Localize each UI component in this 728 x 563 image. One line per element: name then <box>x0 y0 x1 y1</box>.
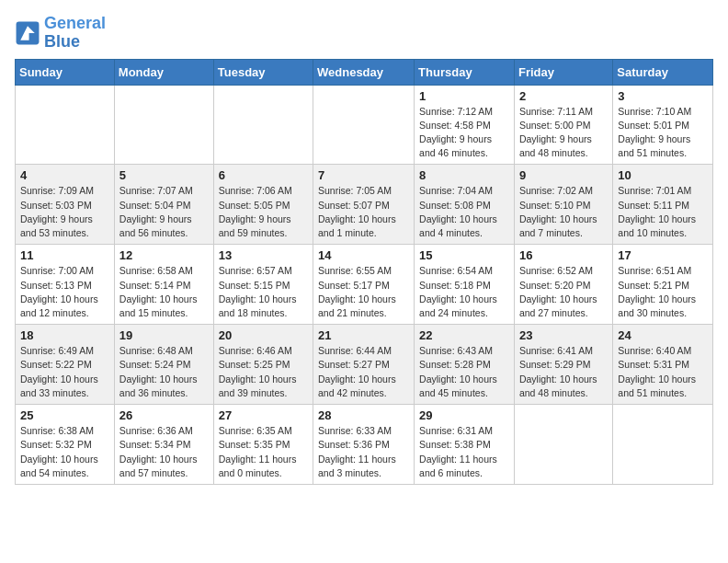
weekday-header-friday: Friday <box>514 59 612 85</box>
day-number: 5 <box>119 168 209 182</box>
weekday-header-wednesday: Wednesday <box>313 59 415 85</box>
calendar-cell: 10Sunrise: 7:01 AM Sunset: 5:11 PM Dayli… <box>613 165 713 245</box>
calendar-week-row: 11Sunrise: 7:00 AM Sunset: 5:13 PM Dayli… <box>16 245 713 325</box>
calendar-cell: 25Sunrise: 6:38 AM Sunset: 5:32 PM Dayli… <box>16 405 115 485</box>
day-number: 19 <box>119 328 209 342</box>
calendar-cell: 18Sunrise: 6:49 AM Sunset: 5:22 PM Dayli… <box>16 325 115 405</box>
calendar-cell <box>16 85 115 165</box>
calendar-cell <box>213 85 313 165</box>
day-info: Sunrise: 6:41 AM Sunset: 5:29 PM Dayligh… <box>519 344 608 400</box>
day-info: Sunrise: 7:01 AM Sunset: 5:11 PM Dayligh… <box>618 184 708 240</box>
day-info: Sunrise: 7:06 AM Sunset: 5:05 PM Dayligh… <box>219 184 308 240</box>
day-number: 10 <box>618 168 708 182</box>
day-info: Sunrise: 6:55 AM Sunset: 5:17 PM Dayligh… <box>318 264 409 320</box>
day-info: Sunrise: 6:33 AM Sunset: 5:36 PM Dayligh… <box>318 424 409 480</box>
calendar-cell: 21Sunrise: 6:44 AM Sunset: 5:27 PM Dayli… <box>313 325 415 405</box>
calendar-cell: 12Sunrise: 6:58 AM Sunset: 5:14 PM Dayli… <box>114 245 213 325</box>
day-number: 3 <box>618 89 708 103</box>
day-info: Sunrise: 7:07 AM Sunset: 5:04 PM Dayligh… <box>119 184 209 240</box>
day-number: 11 <box>20 248 109 262</box>
calendar-cell: 3Sunrise: 7:10 AM Sunset: 5:01 PM Daylig… <box>613 85 713 165</box>
day-number: 6 <box>219 168 308 182</box>
day-info: Sunrise: 6:49 AM Sunset: 5:22 PM Dayligh… <box>20 344 109 400</box>
logo-icon <box>15 20 40 46</box>
calendar-header-row: SundayMondayTuesdayWednesdayThursdayFrid… <box>16 59 713 85</box>
calendar-cell: 4Sunrise: 7:09 AM Sunset: 5:03 PM Daylig… <box>16 165 115 245</box>
day-info: Sunrise: 7:12 AM Sunset: 4:58 PM Dayligh… <box>419 105 509 161</box>
calendar-cell: 24Sunrise: 6:40 AM Sunset: 5:31 PM Dayli… <box>613 325 713 405</box>
calendar-cell <box>313 85 415 165</box>
calendar-cell: 2Sunrise: 7:11 AM Sunset: 5:00 PM Daylig… <box>514 85 612 165</box>
day-number: 25 <box>20 408 109 422</box>
day-info: Sunrise: 7:02 AM Sunset: 5:10 PM Dayligh… <box>519 184 608 240</box>
day-number: 26 <box>119 408 209 422</box>
day-info: Sunrise: 7:09 AM Sunset: 5:03 PM Dayligh… <box>20 184 109 240</box>
calendar-week-row: 18Sunrise: 6:49 AM Sunset: 5:22 PM Dayli… <box>16 325 713 405</box>
calendar-cell: 28Sunrise: 6:33 AM Sunset: 5:36 PM Dayli… <box>313 405 415 485</box>
calendar-cell: 1Sunrise: 7:12 AM Sunset: 4:58 PM Daylig… <box>415 85 515 165</box>
day-info: Sunrise: 7:10 AM Sunset: 5:01 PM Dayligh… <box>618 105 708 161</box>
day-info: Sunrise: 6:43 AM Sunset: 5:28 PM Dayligh… <box>419 344 509 400</box>
day-info: Sunrise: 7:00 AM Sunset: 5:13 PM Dayligh… <box>20 264 109 320</box>
day-number: 24 <box>618 328 708 342</box>
day-number: 18 <box>20 328 109 342</box>
calendar-cell <box>514 405 612 485</box>
calendar-cell: 7Sunrise: 7:05 AM Sunset: 5:07 PM Daylig… <box>313 165 415 245</box>
day-number: 7 <box>318 168 409 182</box>
day-number: 21 <box>318 328 409 342</box>
day-info: Sunrise: 6:46 AM Sunset: 5:25 PM Dayligh… <box>219 344 308 400</box>
day-number: 20 <box>219 328 308 342</box>
calendar-cell: 6Sunrise: 7:06 AM Sunset: 5:05 PM Daylig… <box>213 165 313 245</box>
day-number: 2 <box>519 89 608 103</box>
day-number: 1 <box>419 89 509 103</box>
weekday-header-thursday: Thursday <box>415 59 515 85</box>
calendar-cell: 22Sunrise: 6:43 AM Sunset: 5:28 PM Dayli… <box>415 325 515 405</box>
calendar-cell: 26Sunrise: 6:36 AM Sunset: 5:34 PM Dayli… <box>114 405 213 485</box>
calendar-cell: 11Sunrise: 7:00 AM Sunset: 5:13 PM Dayli… <box>16 245 115 325</box>
day-number: 8 <box>419 168 509 182</box>
day-info: Sunrise: 6:54 AM Sunset: 5:18 PM Dayligh… <box>419 264 509 320</box>
calendar-cell: 19Sunrise: 6:48 AM Sunset: 5:24 PM Dayli… <box>114 325 213 405</box>
calendar-cell: 5Sunrise: 7:07 AM Sunset: 5:04 PM Daylig… <box>114 165 213 245</box>
calendar-cell <box>613 405 713 485</box>
calendar-cell: 23Sunrise: 6:41 AM Sunset: 5:29 PM Dayli… <box>514 325 612 405</box>
day-info: Sunrise: 6:52 AM Sunset: 5:20 PM Dayligh… <box>519 264 608 320</box>
day-info: Sunrise: 6:36 AM Sunset: 5:34 PM Dayligh… <box>119 424 209 480</box>
weekday-header-saturday: Saturday <box>613 59 713 85</box>
calendar-week-row: 1Sunrise: 7:12 AM Sunset: 4:58 PM Daylig… <box>16 85 713 165</box>
day-number: 12 <box>119 248 209 262</box>
day-number: 22 <box>419 328 509 342</box>
calendar-cell: 17Sunrise: 6:51 AM Sunset: 5:21 PM Dayli… <box>613 245 713 325</box>
calendar-cell: 8Sunrise: 7:04 AM Sunset: 5:08 PM Daylig… <box>415 165 515 245</box>
calendar-cell: 13Sunrise: 6:57 AM Sunset: 5:15 PM Dayli… <box>213 245 313 325</box>
day-info: Sunrise: 6:58 AM Sunset: 5:14 PM Dayligh… <box>119 264 209 320</box>
day-number: 15 <box>419 248 509 262</box>
day-info: Sunrise: 6:40 AM Sunset: 5:31 PM Dayligh… <box>618 344 708 400</box>
calendar-cell: 16Sunrise: 6:52 AM Sunset: 5:20 PM Dayli… <box>514 245 612 325</box>
calendar-cell: 9Sunrise: 7:02 AM Sunset: 5:10 PM Daylig… <box>514 165 612 245</box>
day-info: Sunrise: 7:11 AM Sunset: 5:00 PM Dayligh… <box>519 105 608 161</box>
day-number: 4 <box>20 168 109 182</box>
weekday-header-tuesday: Tuesday <box>213 59 313 85</box>
day-info: Sunrise: 6:38 AM Sunset: 5:32 PM Dayligh… <box>20 424 109 480</box>
day-info: Sunrise: 6:57 AM Sunset: 5:15 PM Dayligh… <box>219 264 308 320</box>
day-number: 23 <box>519 328 608 342</box>
day-number: 27 <box>219 408 308 422</box>
day-number: 14 <box>318 248 409 262</box>
logo: General Blue <box>15 15 106 52</box>
weekday-header-monday: Monday <box>114 59 213 85</box>
day-number: 13 <box>219 248 308 262</box>
day-number: 28 <box>318 408 409 422</box>
calendar-week-row: 25Sunrise: 6:38 AM Sunset: 5:32 PM Dayli… <box>16 405 713 485</box>
page-header: General Blue <box>15 15 713 52</box>
logo-text: General Blue <box>44 15 106 52</box>
day-info: Sunrise: 6:44 AM Sunset: 5:27 PM Dayligh… <box>318 344 409 400</box>
calendar-cell: 29Sunrise: 6:31 AM Sunset: 5:38 PM Dayli… <box>415 405 515 485</box>
calendar-cell: 27Sunrise: 6:35 AM Sunset: 5:35 PM Dayli… <box>213 405 313 485</box>
day-info: Sunrise: 6:35 AM Sunset: 5:35 PM Dayligh… <box>219 424 308 480</box>
day-info: Sunrise: 7:04 AM Sunset: 5:08 PM Dayligh… <box>419 184 509 240</box>
day-number: 9 <box>519 168 608 182</box>
calendar-cell: 20Sunrise: 6:46 AM Sunset: 5:25 PM Dayli… <box>213 325 313 405</box>
calendar-cell: 15Sunrise: 6:54 AM Sunset: 5:18 PM Dayli… <box>415 245 515 325</box>
day-number: 16 <box>519 248 608 262</box>
